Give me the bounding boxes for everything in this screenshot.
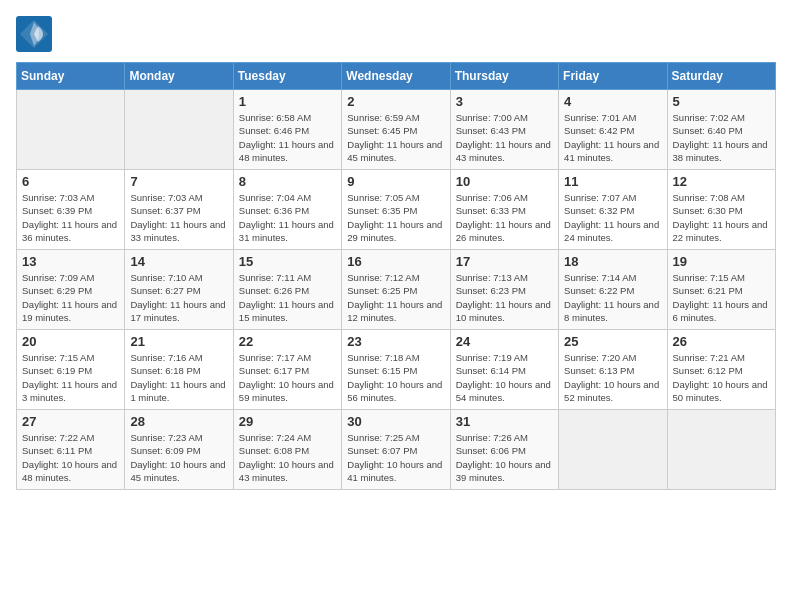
day-number: 30 bbox=[347, 414, 444, 429]
cell-info: Sunrise: 7:19 AMSunset: 6:14 PMDaylight:… bbox=[456, 351, 553, 404]
calendar-cell: 6Sunrise: 7:03 AMSunset: 6:39 PMDaylight… bbox=[17, 170, 125, 250]
day-number: 7 bbox=[130, 174, 227, 189]
logo bbox=[16, 16, 56, 52]
day-number: 4 bbox=[564, 94, 661, 109]
col-header-friday: Friday bbox=[559, 63, 667, 90]
day-number: 31 bbox=[456, 414, 553, 429]
cell-info: Sunrise: 7:04 AMSunset: 6:36 PMDaylight:… bbox=[239, 191, 336, 244]
day-number: 27 bbox=[22, 414, 119, 429]
day-number: 24 bbox=[456, 334, 553, 349]
calendar-cell: 19Sunrise: 7:15 AMSunset: 6:21 PMDayligh… bbox=[667, 250, 775, 330]
calendar-cell: 13Sunrise: 7:09 AMSunset: 6:29 PMDayligh… bbox=[17, 250, 125, 330]
cell-info: Sunrise: 7:18 AMSunset: 6:15 PMDaylight:… bbox=[347, 351, 444, 404]
col-header-thursday: Thursday bbox=[450, 63, 558, 90]
calendar-cell: 24Sunrise: 7:19 AMSunset: 6:14 PMDayligh… bbox=[450, 330, 558, 410]
calendar-cell: 14Sunrise: 7:10 AMSunset: 6:27 PMDayligh… bbox=[125, 250, 233, 330]
cell-info: Sunrise: 7:06 AMSunset: 6:33 PMDaylight:… bbox=[456, 191, 553, 244]
cell-info: Sunrise: 6:59 AMSunset: 6:45 PMDaylight:… bbox=[347, 111, 444, 164]
col-header-wednesday: Wednesday bbox=[342, 63, 450, 90]
day-number: 12 bbox=[673, 174, 770, 189]
calendar-cell: 25Sunrise: 7:20 AMSunset: 6:13 PMDayligh… bbox=[559, 330, 667, 410]
day-number: 3 bbox=[456, 94, 553, 109]
cell-info: Sunrise: 7:15 AMSunset: 6:19 PMDaylight:… bbox=[22, 351, 119, 404]
day-number: 6 bbox=[22, 174, 119, 189]
calendar-cell: 15Sunrise: 7:11 AMSunset: 6:26 PMDayligh… bbox=[233, 250, 341, 330]
page-header bbox=[16, 16, 776, 52]
day-number: 14 bbox=[130, 254, 227, 269]
day-number: 8 bbox=[239, 174, 336, 189]
cell-info: Sunrise: 7:15 AMSunset: 6:21 PMDaylight:… bbox=[673, 271, 770, 324]
cell-info: Sunrise: 7:16 AMSunset: 6:18 PMDaylight:… bbox=[130, 351, 227, 404]
day-number: 25 bbox=[564, 334, 661, 349]
day-number: 26 bbox=[673, 334, 770, 349]
day-number: 21 bbox=[130, 334, 227, 349]
day-number: 10 bbox=[456, 174, 553, 189]
calendar-cell: 5Sunrise: 7:02 AMSunset: 6:40 PMDaylight… bbox=[667, 90, 775, 170]
calendar-cell bbox=[17, 90, 125, 170]
cell-info: Sunrise: 7:26 AMSunset: 6:06 PMDaylight:… bbox=[456, 431, 553, 484]
day-number: 17 bbox=[456, 254, 553, 269]
calendar-cell: 11Sunrise: 7:07 AMSunset: 6:32 PMDayligh… bbox=[559, 170, 667, 250]
day-number: 1 bbox=[239, 94, 336, 109]
cell-info: Sunrise: 7:13 AMSunset: 6:23 PMDaylight:… bbox=[456, 271, 553, 324]
day-number: 13 bbox=[22, 254, 119, 269]
cell-info: Sunrise: 7:07 AMSunset: 6:32 PMDaylight:… bbox=[564, 191, 661, 244]
cell-info: Sunrise: 7:11 AMSunset: 6:26 PMDaylight:… bbox=[239, 271, 336, 324]
day-number: 20 bbox=[22, 334, 119, 349]
day-number: 9 bbox=[347, 174, 444, 189]
col-header-saturday: Saturday bbox=[667, 63, 775, 90]
calendar-cell: 30Sunrise: 7:25 AMSunset: 6:07 PMDayligh… bbox=[342, 410, 450, 490]
calendar-cell: 28Sunrise: 7:23 AMSunset: 6:09 PMDayligh… bbox=[125, 410, 233, 490]
cell-info: Sunrise: 7:24 AMSunset: 6:08 PMDaylight:… bbox=[239, 431, 336, 484]
col-header-monday: Monday bbox=[125, 63, 233, 90]
calendar-cell: 18Sunrise: 7:14 AMSunset: 6:22 PMDayligh… bbox=[559, 250, 667, 330]
cell-info: Sunrise: 7:10 AMSunset: 6:27 PMDaylight:… bbox=[130, 271, 227, 324]
calendar-cell: 10Sunrise: 7:06 AMSunset: 6:33 PMDayligh… bbox=[450, 170, 558, 250]
cell-info: Sunrise: 7:25 AMSunset: 6:07 PMDaylight:… bbox=[347, 431, 444, 484]
cell-info: Sunrise: 7:09 AMSunset: 6:29 PMDaylight:… bbox=[22, 271, 119, 324]
calendar-cell: 23Sunrise: 7:18 AMSunset: 6:15 PMDayligh… bbox=[342, 330, 450, 410]
calendar-cell: 17Sunrise: 7:13 AMSunset: 6:23 PMDayligh… bbox=[450, 250, 558, 330]
day-number: 18 bbox=[564, 254, 661, 269]
day-number: 22 bbox=[239, 334, 336, 349]
calendar-cell bbox=[125, 90, 233, 170]
day-number: 28 bbox=[130, 414, 227, 429]
col-header-tuesday: Tuesday bbox=[233, 63, 341, 90]
calendar-cell: 31Sunrise: 7:26 AMSunset: 6:06 PMDayligh… bbox=[450, 410, 558, 490]
cell-info: Sunrise: 7:02 AMSunset: 6:40 PMDaylight:… bbox=[673, 111, 770, 164]
logo-icon bbox=[16, 16, 52, 52]
cell-info: Sunrise: 7:14 AMSunset: 6:22 PMDaylight:… bbox=[564, 271, 661, 324]
calendar-cell: 8Sunrise: 7:04 AMSunset: 6:36 PMDaylight… bbox=[233, 170, 341, 250]
calendar-cell: 21Sunrise: 7:16 AMSunset: 6:18 PMDayligh… bbox=[125, 330, 233, 410]
calendar-cell: 12Sunrise: 7:08 AMSunset: 6:30 PMDayligh… bbox=[667, 170, 775, 250]
cell-info: Sunrise: 7:12 AMSunset: 6:25 PMDaylight:… bbox=[347, 271, 444, 324]
cell-info: Sunrise: 7:05 AMSunset: 6:35 PMDaylight:… bbox=[347, 191, 444, 244]
calendar-cell: 16Sunrise: 7:12 AMSunset: 6:25 PMDayligh… bbox=[342, 250, 450, 330]
cell-info: Sunrise: 7:21 AMSunset: 6:12 PMDaylight:… bbox=[673, 351, 770, 404]
calendar-cell: 2Sunrise: 6:59 AMSunset: 6:45 PMDaylight… bbox=[342, 90, 450, 170]
cell-info: Sunrise: 7:03 AMSunset: 6:39 PMDaylight:… bbox=[22, 191, 119, 244]
calendar-cell: 7Sunrise: 7:03 AMSunset: 6:37 PMDaylight… bbox=[125, 170, 233, 250]
calendar-cell: 20Sunrise: 7:15 AMSunset: 6:19 PMDayligh… bbox=[17, 330, 125, 410]
calendar-cell: 29Sunrise: 7:24 AMSunset: 6:08 PMDayligh… bbox=[233, 410, 341, 490]
cell-info: Sunrise: 7:00 AMSunset: 6:43 PMDaylight:… bbox=[456, 111, 553, 164]
day-number: 16 bbox=[347, 254, 444, 269]
cell-info: Sunrise: 7:03 AMSunset: 6:37 PMDaylight:… bbox=[130, 191, 227, 244]
calendar-cell: 3Sunrise: 7:00 AMSunset: 6:43 PMDaylight… bbox=[450, 90, 558, 170]
calendar-cell bbox=[559, 410, 667, 490]
day-number: 2 bbox=[347, 94, 444, 109]
cell-info: Sunrise: 7:20 AMSunset: 6:13 PMDaylight:… bbox=[564, 351, 661, 404]
cell-info: Sunrise: 7:08 AMSunset: 6:30 PMDaylight:… bbox=[673, 191, 770, 244]
cell-info: Sunrise: 7:17 AMSunset: 6:17 PMDaylight:… bbox=[239, 351, 336, 404]
day-number: 19 bbox=[673, 254, 770, 269]
cell-info: Sunrise: 7:22 AMSunset: 6:11 PMDaylight:… bbox=[22, 431, 119, 484]
calendar-cell bbox=[667, 410, 775, 490]
calendar-cell: 27Sunrise: 7:22 AMSunset: 6:11 PMDayligh… bbox=[17, 410, 125, 490]
day-number: 15 bbox=[239, 254, 336, 269]
day-number: 29 bbox=[239, 414, 336, 429]
cell-info: Sunrise: 7:23 AMSunset: 6:09 PMDaylight:… bbox=[130, 431, 227, 484]
col-header-sunday: Sunday bbox=[17, 63, 125, 90]
day-number: 5 bbox=[673, 94, 770, 109]
day-number: 11 bbox=[564, 174, 661, 189]
calendar-cell: 9Sunrise: 7:05 AMSunset: 6:35 PMDaylight… bbox=[342, 170, 450, 250]
